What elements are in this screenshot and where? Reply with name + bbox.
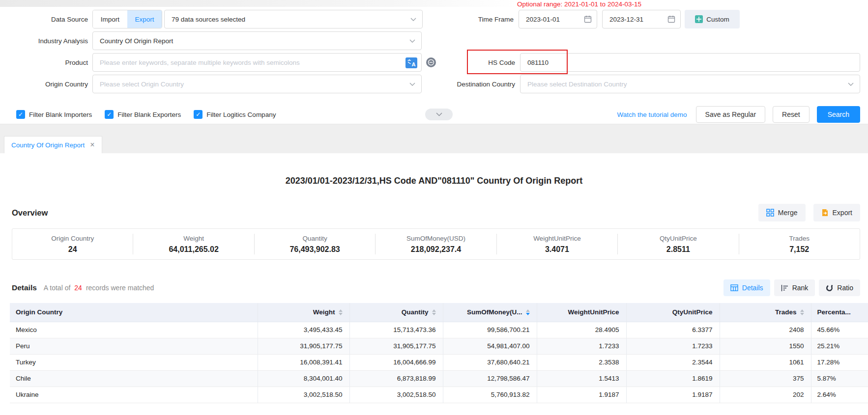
cell: 1.7233 bbox=[537, 338, 626, 354]
svg-text:A: A bbox=[412, 61, 416, 67]
cell: 2.3544 bbox=[626, 354, 720, 370]
filter-panel: Optional range: 2021-01-01 to 2024-03-15… bbox=[0, 0, 868, 124]
cell: 6,873,818.99 bbox=[349, 370, 443, 387]
view-label: Rank bbox=[792, 284, 809, 292]
merge-button[interactable]: Merge bbox=[758, 204, 806, 221]
sort-icon[interactable] bbox=[800, 309, 804, 315]
stat-value: 64,011,265.02 bbox=[169, 245, 218, 254]
sort-icon[interactable] bbox=[526, 309, 530, 315]
column-header[interactable]: Weight bbox=[258, 303, 349, 322]
product-input-field[interactable]: A bbox=[92, 53, 422, 72]
collapse-filters-button[interactable] bbox=[425, 109, 453, 120]
view-label: Details bbox=[742, 284, 763, 292]
hs-code-input-field[interactable] bbox=[520, 53, 860, 72]
column-label: WeightUnitPrice bbox=[568, 308, 619, 316]
industry-analysis-select[interactable] bbox=[92, 31, 422, 50]
origin-country-label: Origin Country bbox=[14, 81, 88, 88]
table-body: Mexico3,495,433.4515,713,473.3699,586,70… bbox=[10, 322, 868, 403]
cell: 99,586,700.21 bbox=[443, 322, 537, 338]
stat-label: Trades bbox=[789, 235, 810, 242]
industry-analysis-value bbox=[99, 37, 405, 45]
data-sources-value bbox=[171, 15, 406, 24]
stat-value: 24 bbox=[68, 245, 77, 254]
column-label: QtyUnitPrice bbox=[672, 308, 713, 316]
filter-checkbox[interactable]: ✓Filter Blank Exporters bbox=[105, 110, 181, 119]
details-header-row: Details A total of 24 records were match… bbox=[12, 279, 860, 296]
cell: 3,002,518.50 bbox=[349, 387, 443, 403]
origin-country-select[interactable] bbox=[92, 75, 422, 93]
cell: 16,004,666.99 bbox=[349, 354, 443, 370]
origin-country-input[interactable] bbox=[99, 80, 405, 88]
stat-card: QtyUnitPrice2.8511 bbox=[618, 229, 738, 259]
hs-code-input[interactable] bbox=[526, 58, 854, 67]
stat-label: Weight bbox=[183, 235, 204, 242]
table-row[interactable]: Ukraine3,002,518.503,002,518.505,760,913… bbox=[10, 387, 868, 403]
column-header: WeightUnitPrice bbox=[537, 303, 626, 322]
end-date-value: 2023-12-31 bbox=[609, 16, 667, 23]
stat-value: 76,493,902.83 bbox=[289, 245, 340, 254]
details-table-wrap: Origin CountryWeightQuantitySumOfMoney(U… bbox=[10, 303, 868, 403]
tab-bar: Country Of Origin Report × bbox=[0, 124, 868, 153]
view-ratio-button[interactable]: Ratio bbox=[819, 279, 860, 296]
checkbox-icon: ✓ bbox=[194, 110, 203, 119]
column-header[interactable]: SumOfMoney(U... bbox=[443, 303, 537, 322]
filter-actions-row: ✓Filter Blank Importers✓Filter Blank Exp… bbox=[14, 106, 860, 123]
export-button[interactable]: Export bbox=[813, 204, 860, 221]
export-label: Export bbox=[833, 209, 852, 217]
cell: 375 bbox=[720, 370, 811, 387]
table-row[interactable]: Mexico3,495,433.4515,713,473.3699,586,70… bbox=[10, 322, 868, 338]
cell: 2408 bbox=[720, 322, 811, 338]
cell: 202 bbox=[720, 387, 811, 403]
data-sources-select[interactable] bbox=[164, 10, 423, 28]
cell: 28.4905 bbox=[537, 322, 626, 338]
export-toggle[interactable]: Export bbox=[127, 10, 162, 28]
reset-button[interactable]: Reset bbox=[773, 106, 810, 123]
import-toggle[interactable]: Import bbox=[93, 10, 127, 28]
cell: 45.66% bbox=[811, 322, 868, 338]
top-strip bbox=[0, 0, 868, 7]
close-icon[interactable]: × bbox=[90, 141, 94, 149]
cell: 1.8619 bbox=[626, 370, 720, 387]
table-grid-icon bbox=[730, 284, 738, 291]
column-label: SumOfMoney(U... bbox=[467, 308, 522, 316]
table-row[interactable]: Peru31,905,177.7531,905,177.7554,981,407… bbox=[10, 338, 868, 354]
cell: 25.21% bbox=[811, 338, 868, 354]
time-frame-label: Time Frame bbox=[478, 16, 514, 23]
tab-title: Country Of Origin Report bbox=[11, 141, 85, 149]
column-header: Percenta... bbox=[811, 303, 868, 322]
view-details-button[interactable]: Details bbox=[723, 279, 770, 296]
product-lookup-icon[interactable] bbox=[426, 57, 436, 68]
column-header[interactable]: Trades bbox=[720, 303, 811, 322]
cell: 1.5413 bbox=[537, 370, 626, 387]
overview-stats: Origin Country24Weight64,011,265.02Quant… bbox=[12, 228, 860, 260]
custom-range-button[interactable]: Custom bbox=[685, 10, 740, 28]
product-input[interactable] bbox=[99, 58, 415, 67]
cell: 12,798,586.47 bbox=[443, 370, 537, 387]
overview-heading: Overview bbox=[12, 208, 48, 218]
table-row[interactable]: Chile8,304,001.406,873,818.9912,798,586.… bbox=[10, 370, 868, 387]
start-date-field[interactable]: 2023-01-01 bbox=[519, 10, 597, 28]
optional-range-note: Optional range: 2021-01-01 to 2024-03-15 bbox=[517, 0, 641, 8]
view-toggle-group: DetailsRankRatio bbox=[723, 279, 860, 296]
sort-icon[interactable] bbox=[339, 309, 343, 315]
sort-icon[interactable] bbox=[432, 309, 436, 315]
end-date-field[interactable]: 2023-12-31 bbox=[602, 10, 681, 28]
filter-checkbox[interactable]: ✓Filter Blank Importers bbox=[16, 110, 92, 119]
destination-country-input[interactable] bbox=[526, 80, 844, 88]
destination-country-select[interactable] bbox=[520, 75, 860, 93]
search-button[interactable]: Search bbox=[817, 106, 860, 123]
column-header[interactable]: Quantity bbox=[349, 303, 443, 322]
product-label: Product bbox=[14, 59, 88, 66]
column-header: QtyUnitPrice bbox=[626, 303, 720, 322]
count-prefix: A total of bbox=[44, 284, 70, 292]
cell: 37,680,640.21 bbox=[443, 354, 537, 370]
save-as-regular-button[interactable]: Save as Regular bbox=[696, 106, 766, 123]
filter-checkbox[interactable]: ✓Filter Logitics Company bbox=[194, 110, 276, 119]
tab-country-of-origin-report[interactable]: Country Of Origin Report × bbox=[4, 136, 102, 153]
view-rank-button[interactable]: Rank bbox=[774, 279, 815, 296]
watch-tutorial-link[interactable]: Watch the tutorial demo bbox=[617, 111, 687, 118]
table-row[interactable]: Turkey16,008,391.4116,004,666.9937,680,6… bbox=[10, 354, 868, 370]
translate-icon[interactable]: A bbox=[405, 57, 417, 68]
filter-row-countries: Origin Country Destination Country bbox=[14, 75, 860, 93]
table-header-row: Origin CountryWeightQuantitySumOfMoney(U… bbox=[10, 303, 868, 322]
